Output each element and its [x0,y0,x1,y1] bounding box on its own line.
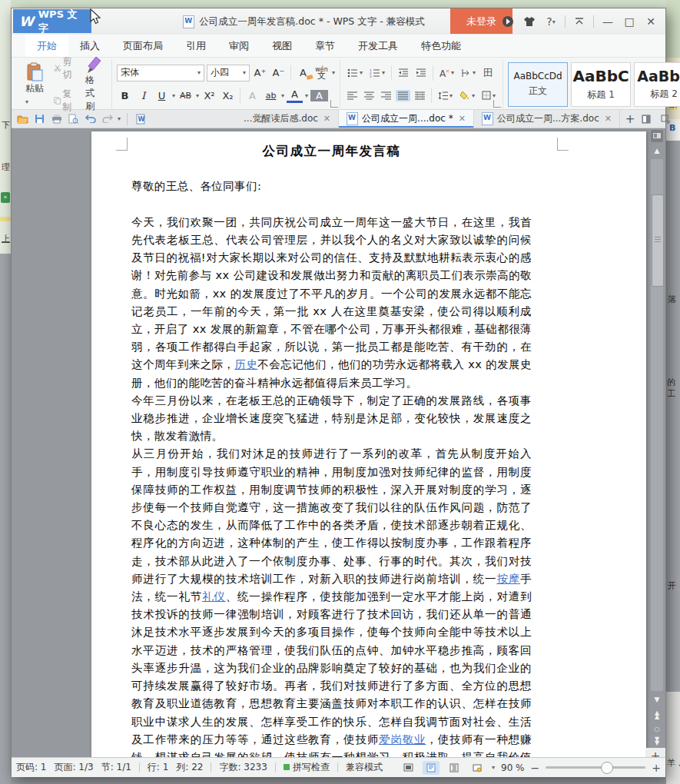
tab-developer[interactable]: 开发工具 [347,35,410,57]
text-effects-button[interactable]: A [244,88,260,103]
decrease-indent-button[interactable] [396,67,411,79]
view-dropdown-icon[interactable]: ▾ [492,764,495,771]
font-size-select[interactable]: 小四▾ [207,65,250,81]
sidebar-toggle-button[interactable] [640,112,653,125]
new-document-button[interactable]: W [134,112,147,125]
line-spacing-button[interactable]: ▾ [436,90,455,101]
tab-page-layout[interactable]: 页面布局 [111,35,174,57]
tab-section[interactable]: 章节 [304,35,347,57]
hyperlink[interactable]: 按摩 [496,573,520,585]
font-dialog-launcher[interactable] [330,100,338,108]
bullets-button[interactable]: ▾ [345,67,365,79]
web-view-icon [473,763,482,772]
collapse-ribbon-button[interactable] [569,12,589,32]
format-painter-button[interactable]: 格式刷 [81,55,107,114]
maximize-button[interactable]: □ [619,12,639,32]
status-page-number[interactable]: 页码: 1 [16,761,47,774]
table-grid-button[interactable]: 田 [480,65,496,81]
scroll-down-button[interactable]: ▼ [650,693,664,706]
zoom-in-button[interactable]: + [652,762,661,774]
tab-view[interactable]: 视图 [260,35,304,57]
tab-special-features[interactable]: 特色功能 [410,35,473,57]
undo-button[interactable] [84,112,97,125]
close-tab-icon[interactable]: ✕ [323,114,330,124]
wps-vip-icon[interactable] [498,12,518,32]
close-button[interactable]: ✕ [641,12,661,32]
copy-button[interactable]: 复制 [51,86,78,115]
save-button[interactable] [33,112,46,125]
hyperlink[interactable]: 礼仪 [202,590,226,603]
hyperlink[interactable]: 历史 [234,358,257,370]
web-view-button[interactable] [469,761,486,775]
document-page[interactable]: 公司成立一周年发言稿 尊敬的王总、各位同事们: 今天，我们欢聚一团，共同庆祝公司… [91,131,646,757]
grow-font-button[interactable]: A⁺ [252,65,268,80]
tab-review[interactable]: 审阅 [217,35,260,57]
scrollbar-thumb[interactable] [652,194,664,287]
doc-tab-3[interactable]: 公司成立一周...方案.doc ✕ [474,110,620,128]
shading-color-button[interactable]: ▾ [457,89,477,101]
status-word-count[interactable]: 字数: 3233 [219,761,267,774]
strikethrough-button[interactable]: AB [177,89,194,102]
redo-button[interactable] [101,112,114,125]
style-normal[interactable]: AaBbCcDd 正文 [508,62,568,107]
quickbar-dropdown-icon[interactable]: ▾ [118,115,121,122]
shrink-font-button[interactable]: A⁻ [270,65,287,80]
numbering-button[interactable]: 123 ▾ [367,67,387,79]
align-left-button[interactable] [345,90,360,101]
distribute-button[interactable] [413,90,427,101]
zoom-level[interactable]: 90 % [501,762,525,773]
skin-shirt-icon[interactable] [519,12,539,32]
justify-button[interactable] [396,90,410,101]
document-body[interactable]: 公司成立一周年发言稿 尊敬的王总、各位同事们: 今天，我们欢聚一团，共同庆祝公司… [131,142,532,757]
scroll-up-button[interactable]: ▲ [650,144,664,158]
next-page-button[interactable]: ▼▼ [650,734,664,748]
style-heading2[interactable]: AaBbC 标题 2 [634,62,680,107]
fullscreen-view-button[interactable] [400,761,416,775]
open-file-button[interactable] [16,112,29,125]
align-right-button[interactable] [379,90,393,101]
new-tab-button[interactable]: + [620,110,640,128]
page-view-button[interactable] [423,761,440,775]
doc-tab-2-active[interactable]: 公司成立一周....doc * ✕ [339,110,474,128]
bold-button[interactable]: B [117,88,133,103]
style-heading1[interactable]: AaBbC 标题 1 [571,62,631,107]
help-button[interactable]: ?▾ [541,12,561,32]
text-tools-button[interactable]: A ▾ [437,67,456,79]
arrange-windows-button[interactable] [659,112,672,125]
paragraph-dialog-launcher[interactable] [493,100,501,108]
subscript-button[interactable]: X₂ [220,88,236,103]
close-tab-icon[interactable]: ✕ [459,114,466,124]
character-shading-button[interactable]: A [310,90,328,101]
reading-layout-button[interactable] [651,130,663,142]
highlight-color-button[interactable]: ab [263,89,279,102]
superscript-button[interactable]: X² [201,88,217,103]
wps-logo[interactable]: W WPS 文字 [13,9,91,33]
hyperlink[interactable]: 爱岗敬业 [379,733,426,746]
paste-button[interactable]: 粘贴 ▾ [21,61,48,107]
scrollbar-track[interactable] [651,159,663,691]
italic-button[interactable]: I [135,88,151,103]
zoom-slider[interactable] [546,766,645,769]
pinyin-guide-button[interactable]: wén 文 [313,65,330,81]
status-spellcheck[interactable]: 拼写检查 [284,761,330,774]
text-direction-button[interactable]: ▾ [459,67,478,79]
minimize-button[interactable]: — [598,12,618,32]
clear-format-button[interactable]: A [295,65,311,80]
font-color-button[interactable]: A [287,88,303,103]
zoom-slider-knob[interactable] [601,762,613,774]
fit-page-button[interactable]: + [645,748,665,757]
increase-indent-button[interactable] [413,67,429,79]
align-center-button[interactable] [362,90,376,101]
status-section[interactable]: 节: 1/1 [101,761,131,774]
close-tab-icon[interactable]: ✕ [605,114,612,124]
status-pages[interactable]: 页面: 1/3 [55,761,94,774]
tab-references[interactable]: 引用 [174,35,217,57]
previous-page-button[interactable]: ▲▲ [650,708,664,722]
svg-text:3: 3 [370,75,372,78]
underline-button[interactable]: U [154,88,170,103]
zoom-out-button[interactable]: − [531,762,540,774]
doc-tab-1[interactable]: ...觉醒读后感.doc ✕ [236,110,339,128]
outline-view-button[interactable] [446,761,463,775]
cut-button[interactable]: 剪切 [51,54,78,83]
font-name-select[interactable]: 宋体▾ [117,65,204,81]
